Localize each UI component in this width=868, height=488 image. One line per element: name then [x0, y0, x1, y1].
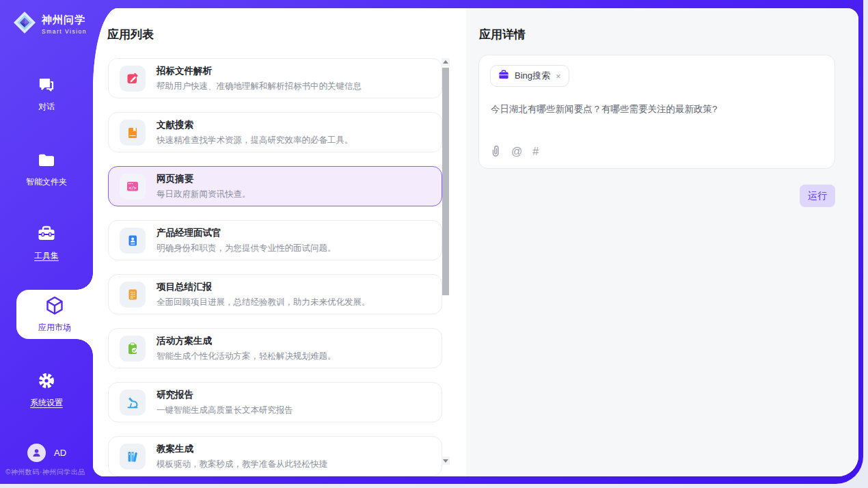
sidebar-footer: ©神州数码·神州问学出品 — [5, 467, 90, 477]
sidebar-item-label: 系统设置 — [30, 397, 63, 409]
app-list-title: 应用列表 — [107, 27, 154, 42]
gear-icon — [37, 371, 56, 392]
diamond-logo-icon — [12, 10, 37, 38]
app-list-panel: 应用列表 招标文件解析帮助用户快速、准确地理解和解析招标书中的关键信息 文献搜索… — [93, 8, 466, 476]
summary-doc-icon — [120, 282, 146, 308]
app-card[interactable]: 教案生成模板驱动，教案秒成，教学准备从此轻松快捷 — [108, 436, 442, 476]
attachment-icon[interactable] — [490, 144, 501, 159]
svg-text:</>: </> — [128, 185, 136, 189]
app-card-description: 智能生成个性化活动方案，轻松解决规划难题。 — [157, 351, 336, 362]
app-card-description: 全面回顾项目进展，总结经验教训，助力未来优化发展。 — [157, 297, 370, 308]
app-card-description: 帮助用户快速、准确地理解和解析招标书中的关键信息 — [157, 81, 362, 92]
sidebar-item-app-market[interactable]: 应用市场 — [16, 290, 93, 339]
app-card[interactable]: </>网页摘要每日政府新闻资讯快查。 — [108, 166, 442, 206]
sidebar-item-settings[interactable]: 系统设置 — [0, 371, 93, 409]
user-initials: AD — [54, 448, 66, 458]
app-detail-panel: 应用详情 Bing搜索 × 今日湖北有哪些新闻要点？有哪些需要关注的最新政策? — [466, 8, 858, 476]
app-card-description: 每日政府新闻资讯快查。 — [157, 189, 251, 200]
toolbox-icon — [36, 224, 57, 245]
app-frame: 神州问学 Smart Vision 对话 智能文件夹 — [0, 0, 863, 484]
resume-icon — [120, 228, 146, 254]
app-card[interactable]: 招标文件解析帮助用户快速、准确地理解和解析招标书中的关键信息 — [108, 58, 442, 98]
app-card-title: 产品经理面试官 — [157, 227, 336, 239]
books-icon — [120, 444, 146, 470]
app-card[interactable]: 产品经理面试官明确身份和职责，为您提供专业性的面试问题。 — [108, 220, 442, 260]
app-card-title: 招标文件解析 — [157, 65, 362, 77]
edit-doc-icon — [120, 66, 146, 92]
app-card-description: 一键智能生成高质量长文本研究报告 — [157, 405, 293, 416]
scrollbar-thumb[interactable] — [442, 68, 449, 295]
clipboard-check-icon — [120, 336, 146, 362]
sidebar-item-label: 工具集 — [34, 250, 59, 262]
input-toolbar: @ # — [490, 144, 539, 159]
mention-icon[interactable]: @ — [511, 146, 522, 158]
sidebar-item-label: 对话 — [38, 101, 55, 113]
app-card-description: 明确身份和职责，为您提供专业性的面试问题。 — [157, 243, 336, 254]
content-area: 应用列表 招标文件解析帮助用户快速、准确地理解和解析招标书中的关键信息 文献搜索… — [93, 8, 858, 476]
app-card-title: 网页摘要 — [157, 173, 251, 185]
brand-logo: 神州问学 Smart Vision — [12, 10, 87, 38]
avatar[interactable] — [27, 444, 46, 462]
sidebar-item-label: 应用市场 — [38, 322, 71, 334]
run-button[interactable]: 运行 — [800, 185, 835, 207]
app-card[interactable]: 研究报告一键智能生成高质量长文本研究报告 — [108, 382, 442, 422]
cube-icon — [44, 295, 65, 318]
hash-icon[interactable]: # — [532, 146, 539, 158]
folder-icon — [37, 150, 56, 172]
app-card-title: 活动方案生成 — [157, 335, 336, 347]
sidebar-item-smart-folder[interactable]: 智能文件夹 — [0, 150, 93, 188]
scroll-up-arrow-icon[interactable] — [442, 58, 450, 66]
briefcase-icon — [498, 70, 509, 83]
brand-subtitle: Smart Vision — [42, 28, 87, 35]
tool-tag-label: Bing搜索 — [515, 70, 550, 82]
prompt-card: Bing搜索 × 今日湖北有哪些新闻要点？有哪些需要关注的最新政策? @ # — [478, 55, 835, 169]
scroll-down-arrow-icon[interactable] — [442, 457, 450, 465]
app-card-description: 快速精准查找学术资源，提高研究效率的必备工具。 — [157, 135, 353, 146]
prompt-input[interactable]: 今日湖北有哪些新闻要点？有哪些需要关注的最新政策? — [491, 103, 821, 116]
app-card-title: 项目总结汇报 — [157, 281, 370, 293]
web-code-icon: </> — [120, 174, 146, 200]
microscope-icon — [120, 390, 146, 416]
user-row: AD — [27, 444, 66, 462]
sidebar-item-chat[interactable]: 对话 — [0, 75, 93, 113]
app-card[interactable]: 项目总结汇报全面回顾项目进展，总结经验教训，助力未来优化发展。 — [108, 274, 442, 314]
sidebar: 神州问学 Smart Vision 对话 智能文件夹 — [0, 0, 93, 484]
book-icon — [120, 120, 146, 146]
app-card-title: 文献搜索 — [157, 119, 353, 131]
brand-name: 神州问学 — [42, 14, 87, 27]
sidebar-item-label: 智能文件夹 — [26, 176, 67, 188]
app-card-list: 招标文件解析帮助用户快速、准确地理解和解析招标书中的关键信息 文献搜索快速精准查… — [108, 58, 442, 476]
app-card[interactable]: 文献搜索快速精准查找学术资源，提高研究效率的必备工具。 — [108, 112, 442, 152]
scrollbar[interactable] — [442, 58, 450, 465]
chat-icon — [37, 75, 56, 96]
app-card-title: 教案生成 — [157, 443, 327, 455]
app-card-title: 研究报告 — [157, 389, 293, 401]
app-card[interactable]: 活动方案生成智能生成个性化活动方案，轻松解决规划难题。 — [108, 328, 442, 368]
sidebar-item-toolset[interactable]: 工具集 — [0, 224, 93, 262]
close-icon[interactable]: × — [556, 72, 561, 81]
tool-tag-bing-search[interactable]: Bing搜索 × — [490, 65, 569, 87]
app-card-description: 模板驱动，教案秒成，教学准备从此轻松快捷 — [157, 459, 327, 470]
app-detail-title: 应用详情 — [479, 27, 526, 42]
